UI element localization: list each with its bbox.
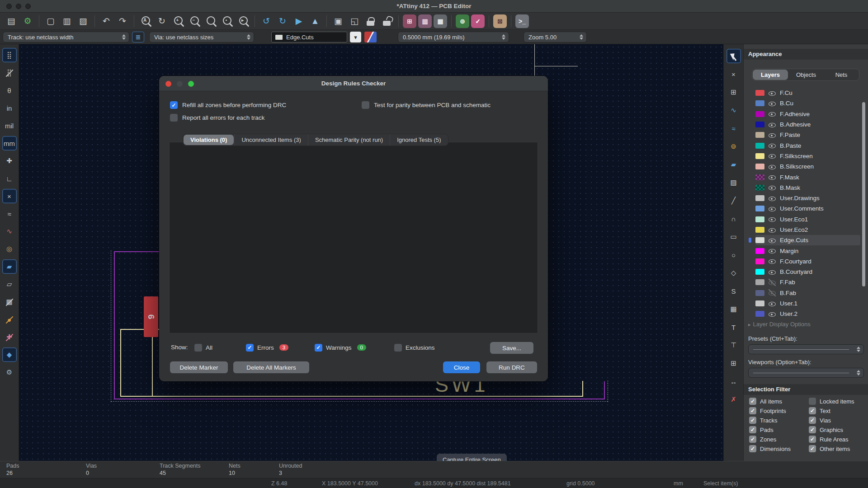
layer-row[interactable]: F.Adhesive xyxy=(755,109,860,119)
visibility-eye-icon[interactable] xyxy=(769,205,776,212)
layer-row[interactable]: User.1 xyxy=(755,298,860,309)
scripting-console-icon[interactable]: >_ xyxy=(515,14,529,28)
layer-row[interactable]: User.Eco2 xyxy=(755,225,860,235)
checkbox[interactable] xyxy=(246,344,254,352)
update-footprints-icon[interactable]: ⊞ xyxy=(403,14,416,28)
add-bezier-icon[interactable]: S xyxy=(726,284,741,298)
filter-locked-items[interactable]: Locked items xyxy=(809,398,865,405)
zoom-select[interactable]: Zoom 5.00 xyxy=(524,32,587,42)
layer-row[interactable]: B.Cu xyxy=(755,98,860,108)
print-icon[interactable]: ▥ xyxy=(59,14,75,28)
close-window-icon[interactable] xyxy=(6,4,12,9)
checkbox[interactable] xyxy=(170,101,178,109)
checkbox[interactable] xyxy=(809,417,816,424)
visibility-eye-icon[interactable] xyxy=(769,121,776,128)
footprint-editor-icon[interactable]: ⊠ xyxy=(493,14,507,28)
zoom-in-icon[interactable]: + xyxy=(170,14,186,28)
filter-zones[interactable]: Zones xyxy=(749,436,809,443)
visibility-eye-icon[interactable] xyxy=(769,152,776,160)
layer-row[interactable]: F.Fab xyxy=(755,277,860,287)
redo-icon[interactable]: ↷ xyxy=(115,14,130,28)
refresh-icon[interactable]: ↻ xyxy=(154,14,170,28)
layer-color-swatch[interactable] xyxy=(755,90,764,96)
layer-row[interactable]: F.Mask xyxy=(755,172,860,182)
layer-color-swatch[interactable] xyxy=(755,122,764,127)
layer-row[interactable]: Edge.Cuts xyxy=(755,235,860,245)
layer-row[interactable]: B.Silkscreen xyxy=(755,161,860,172)
rotate-cw-icon[interactable]: ↻ xyxy=(275,14,290,28)
layer-color-swatch[interactable] xyxy=(755,111,764,117)
crosshair-cursor-icon[interactable]: ✚ xyxy=(2,154,17,168)
select-tool-icon[interactable] xyxy=(726,49,741,63)
visibility-eye-icon[interactable] xyxy=(769,216,776,223)
layer-row[interactable]: User.Drawings xyxy=(755,193,860,203)
library-inspect-icon[interactable]: ▥ xyxy=(418,14,432,28)
add-footprint-icon[interactable]: ⊞ xyxy=(726,85,741,99)
add-rectangle-icon[interactable]: ▭ xyxy=(726,230,741,244)
layer-pair-icon[interactable] xyxy=(364,32,377,42)
add-polygon-icon[interactable]: ◇ xyxy=(726,266,741,280)
tab-layers[interactable]: Layers xyxy=(753,70,788,80)
layer-color-swatch[interactable] xyxy=(755,290,764,296)
active-layer-select[interactable]: Edge.Cuts xyxy=(271,32,347,42)
three-d-viewer-icon[interactable]: ▦ xyxy=(434,14,447,28)
visibility-eye-icon[interactable] xyxy=(769,100,776,107)
checkbox[interactable] xyxy=(809,445,816,452)
unlock-icon[interactable] xyxy=(379,14,395,28)
units-mm-icon[interactable]: mm xyxy=(2,136,17,150)
layer-color-swatch[interactable] xyxy=(755,153,764,159)
minimize-window-icon[interactable] xyxy=(16,4,21,9)
footprint-filter-icon[interactable]: ▦ xyxy=(2,295,17,309)
layers-scrollbar[interactable] xyxy=(862,102,865,286)
layer-color-swatch[interactable] xyxy=(755,227,764,233)
zoom-out-icon[interactable]: − xyxy=(187,14,202,28)
highlight-ratsnest-icon[interactable]: × xyxy=(726,67,741,81)
visibility-eye-icon[interactable] xyxy=(769,289,776,296)
visibility-eye-icon[interactable] xyxy=(769,226,776,234)
filter-dimensions[interactable]: Dimensions xyxy=(749,445,809,452)
via-size-select[interactable]: Via: use netclass sizes xyxy=(149,32,254,42)
layer-row[interactable]: F.Cu xyxy=(755,88,860,98)
show-all-checkbox[interactable]: All xyxy=(194,342,212,353)
via-filter-icon[interactable]: ✚ xyxy=(2,330,17,344)
close-button[interactable]: Close xyxy=(443,361,480,373)
add-circle-icon[interactable]: ○ xyxy=(726,248,741,262)
zone-outline-display-icon[interactable]: ▱ xyxy=(2,277,17,291)
checkbox[interactable] xyxy=(749,426,756,433)
layer-color-swatch[interactable] xyxy=(755,258,764,264)
layer-color-swatch[interactable] xyxy=(755,216,764,222)
test-parity-checkbox[interactable]: Test for parity between PCB and schemati… xyxy=(362,101,491,109)
zoom-selection-icon[interactable]: ▸ xyxy=(236,14,251,28)
layer-row[interactable]: B.Adhesive xyxy=(755,119,860,130)
delete-marker-button[interactable]: Delete Marker xyxy=(170,361,228,373)
track-display-icon[interactable]: ∿ xyxy=(2,224,17,239)
add-line-icon[interactable]: ╱ xyxy=(726,193,741,208)
save-button[interactable]: Save... xyxy=(490,342,533,354)
grid-override-icon[interactable]: ⣿ xyxy=(2,66,17,80)
visibility-eye-icon[interactable] xyxy=(769,142,776,149)
tab-schematic-parity[interactable]: Schematic Parity (not run) xyxy=(308,134,390,145)
tab-ignored-tests[interactable]: Ignored Tests (5) xyxy=(390,134,448,145)
layer-color-swatch[interactable] xyxy=(755,174,764,180)
run-drc-button[interactable]: Run DRC xyxy=(486,361,537,373)
ungroup-icon[interactable]: ◱ xyxy=(347,14,362,28)
visibility-eye-icon[interactable] xyxy=(769,163,776,170)
add-image-icon[interactable]: ▦ xyxy=(726,302,741,316)
layer-row[interactable]: F.Courtyard xyxy=(755,256,860,267)
mirror-icon[interactable]: ▲ xyxy=(307,14,323,28)
layer-row[interactable]: B.Paste xyxy=(755,140,860,150)
minimize-dialog-icon[interactable] xyxy=(177,81,183,87)
zoom-fit-icon[interactable] xyxy=(203,14,218,28)
layer-row[interactable]: B.Fab xyxy=(755,288,860,298)
save-icon[interactable]: ▤ xyxy=(4,14,19,28)
close-dialog-icon[interactable] xyxy=(165,81,171,87)
layer-color-swatch[interactable] xyxy=(755,279,764,285)
checkbox[interactable] xyxy=(194,344,202,352)
filter-rule-areas[interactable]: Rule Areas xyxy=(809,436,865,443)
ratsnest-visibility-icon[interactable]: × xyxy=(2,189,17,203)
curved-ratsnest-icon[interactable]: ≈ xyxy=(2,206,17,221)
visibility-eye-icon[interactable] xyxy=(769,279,776,286)
page-settings-icon[interactable]: ▢ xyxy=(43,14,58,28)
filter-all-items[interactable]: All items xyxy=(749,398,809,405)
pad-6[interactable]: 6 xyxy=(144,296,158,337)
